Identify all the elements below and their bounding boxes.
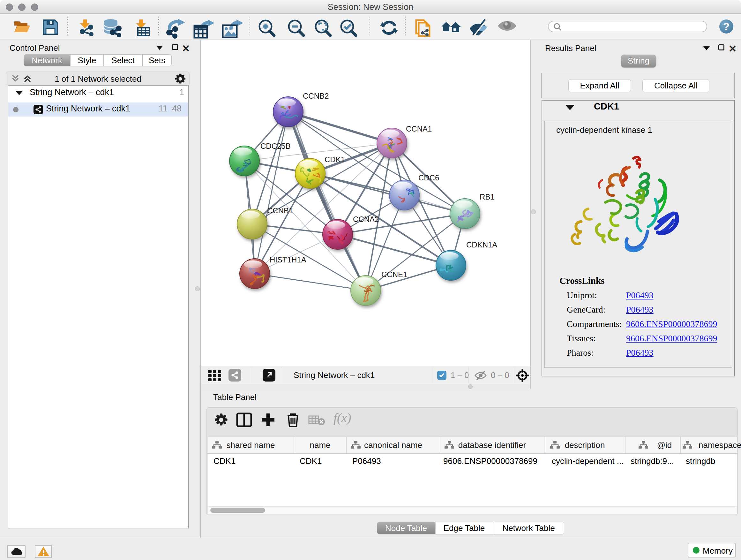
svg-text:CDC6: CDC6 bbox=[418, 173, 439, 182]
svg-text:HIST1H1A: HIST1H1A bbox=[270, 255, 307, 264]
svg-text:CCNB1: CCNB1 bbox=[267, 206, 293, 215]
svg-text:CCNE1: CCNE1 bbox=[381, 270, 407, 279]
svg-text:CDK1: CDK1 bbox=[325, 155, 345, 164]
svg-text:RB1: RB1 bbox=[480, 192, 495, 201]
svg-text:CDC25B: CDC25B bbox=[260, 142, 291, 150]
svg-text:CDKN1A: CDKN1A bbox=[466, 240, 497, 249]
svg-text:CCNA2: CCNA2 bbox=[353, 215, 379, 224]
svg-text:CCNB2: CCNB2 bbox=[303, 91, 329, 100]
svg-text:CCNA1: CCNA1 bbox=[406, 125, 432, 133]
